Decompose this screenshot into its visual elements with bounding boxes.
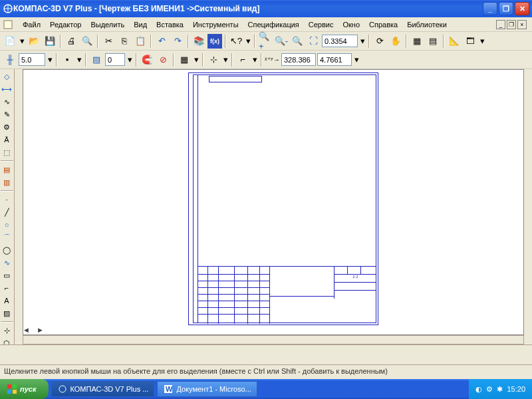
- svg-rect-4: [7, 390, 11, 394]
- close-button[interactable]: ✕: [515, 2, 529, 15]
- paste-button[interactable]: 📋: [133, 34, 148, 49]
- pan-button[interactable]: ✋: [388, 34, 403, 49]
- menu-help[interactable]: Справка: [365, 19, 402, 30]
- menu-insert[interactable]: Вставка: [152, 19, 188, 30]
- taskbar-item-kompas[interactable]: КОМПАС-3D V7 Plus ...: [51, 381, 155, 397]
- cursor-dropdown[interactable]: ▾: [245, 34, 251, 49]
- measure-button[interactable]: 📐: [447, 34, 462, 49]
- grid-button[interactable]: ▦: [177, 53, 192, 67]
- y-coord-input[interactable]: [317, 53, 352, 66]
- save-button[interactable]: 💾: [43, 34, 57, 49]
- ellipse-button[interactable]: ◯: [1, 244, 13, 256]
- maximize-button[interactable]: ❐: [499, 2, 513, 15]
- svg-rect-1: [4, 21, 12, 29]
- cut-button[interactable]: ✂: [101, 34, 116, 49]
- zoom-dropdown[interactable]: ▾: [359, 34, 366, 49]
- mdi-close[interactable]: ×: [517, 20, 527, 29]
- select-button[interactable]: ⬚: [1, 146, 13, 158]
- rect-button[interactable]: ▭: [1, 269, 13, 281]
- props-button[interactable]: 🗔: [463, 34, 477, 49]
- minimize-button[interactable]: _: [483, 2, 497, 15]
- menu-service[interactable]: Сервис: [305, 19, 338, 30]
- canvas[interactable]: 1:1: [23, 69, 524, 335]
- preview-button[interactable]: 🔍: [80, 34, 94, 49]
- param-button[interactable]: ⚙: [1, 121, 13, 133]
- fill-dropdown[interactable]: ▾: [76, 53, 82, 67]
- symbols-button[interactable]: ∿: [1, 96, 13, 108]
- tray-icon-2[interactable]: ⚙: [486, 385, 493, 394]
- lcs-dropdown[interactable]: ▾: [251, 53, 258, 67]
- system-tray[interactable]: ◐ ⚙ ✱ 15:20: [469, 379, 532, 399]
- hatch-button[interactable]: ▨: [89, 53, 104, 67]
- cursor-button[interactable]: ↖?: [229, 34, 243, 49]
- open-button[interactable]: 📂: [27, 34, 41, 49]
- ortho-button[interactable]: ⊹: [206, 53, 221, 67]
- ortho-dropdown[interactable]: ▾: [222, 53, 229, 67]
- status-text: Щелкните левой кнопкой мыши на объекте д…: [4, 367, 388, 375]
- tray-icon-3[interactable]: ✱: [497, 385, 503, 394]
- lib-button[interactable]: 📚: [192, 34, 206, 49]
- menu-tools[interactable]: Инструменты: [189, 19, 243, 30]
- fx-button[interactable]: f(x): [207, 34, 222, 49]
- circle-button[interactable]: ○: [1, 219, 13, 231]
- props-dropdown[interactable]: ▾: [479, 34, 485, 49]
- titlebar: КОМПАС-3D V7 Plus - [Чертеж БЕЗ ИМЕНИ1 -…: [0, 0, 532, 17]
- grid-dropdown[interactable]: ▾: [193, 53, 200, 67]
- new-button[interactable]: 📄: [3, 34, 17, 49]
- zoom-input[interactable]: [322, 35, 358, 47]
- x-coord-input[interactable]: [281, 53, 316, 66]
- edit-button[interactable]: ✎: [1, 108, 13, 120]
- menu-window[interactable]: Окно: [338, 19, 364, 30]
- scrollbar-h[interactable]: [23, 335, 524, 344]
- hatch2-button[interactable]: ▨: [1, 307, 13, 319]
- coord-dropdown[interactable]: ▾: [353, 53, 360, 67]
- page-prev[interactable]: ◄: [23, 326, 30, 334]
- line-button[interactable]: ╱: [1, 206, 13, 218]
- clock[interactable]: 15:20: [507, 385, 525, 393]
- spec-button[interactable]: ▤: [1, 164, 13, 176]
- chamfer-button[interactable]: ⌐: [1, 282, 13, 294]
- start-button[interactable]: пуск: [0, 379, 49, 399]
- spline-button[interactable]: ∿: [1, 257, 13, 269]
- text-button[interactable]: A: [1, 295, 13, 307]
- snap-off-button[interactable]: ⊘: [156, 53, 170, 67]
- zoom-in-button[interactable]: 🔍+: [258, 34, 273, 49]
- aux-button[interactable]: ⊹: [1, 325, 13, 336]
- copy-button[interactable]: ⎘: [117, 34, 132, 49]
- arc-button[interactable]: ⌒: [1, 231, 13, 243]
- style-button[interactable]: ╫: [3, 53, 17, 67]
- layers-button[interactable]: ▦: [410, 34, 424, 49]
- menu-spec[interactable]: Спецификация: [244, 19, 303, 30]
- snap-on-button[interactable]: 🧲: [140, 53, 154, 67]
- spec2-button[interactable]: ▥: [1, 176, 13, 188]
- undo-button[interactable]: ↶: [154, 34, 169, 49]
- print-button[interactable]: 🖨: [64, 34, 78, 49]
- zoom-out-button[interactable]: 🔍-: [274, 34, 289, 49]
- zoom-window-button[interactable]: 🔍: [290, 34, 305, 49]
- menu-edit[interactable]: Редактор: [46, 19, 85, 30]
- mdi-min[interactable]: _: [496, 20, 505, 29]
- menu-select[interactable]: Выделить: [86, 19, 128, 30]
- param2-input[interactable]: [105, 53, 125, 66]
- param2-dropdown[interactable]: ▾: [126, 53, 133, 67]
- views-button[interactable]: ▤: [426, 34, 440, 49]
- tray-icon-1[interactable]: ◐: [475, 385, 482, 394]
- lcs-button[interactable]: ⌐: [235, 53, 250, 67]
- fill-button[interactable]: ▪: [60, 53, 74, 67]
- measure2-button[interactable]: Ä: [1, 134, 13, 146]
- zoom-fit-button[interactable]: ⛶: [306, 34, 321, 49]
- refresh-button[interactable]: ⟳: [372, 34, 387, 49]
- taskbar-item-word[interactable]: WДокумент1 - Microso...: [157, 381, 257, 397]
- param1-input[interactable]: [19, 53, 45, 66]
- geom-button[interactable]: ◇: [1, 70, 13, 82]
- menu-libs[interactable]: Библиотеки: [403, 19, 451, 30]
- page-next[interactable]: ►: [37, 326, 44, 334]
- param1-dropdown[interactable]: ▾: [47, 53, 53, 67]
- point-button[interactable]: ·: [1, 194, 13, 205]
- dim-button[interactable]: ⟷: [1, 83, 13, 95]
- redo-button[interactable]: ↷: [170, 34, 185, 49]
- menu-view[interactable]: Вид: [130, 19, 151, 30]
- menu-file[interactable]: Файл: [19, 19, 45, 30]
- mdi-restore[interactable]: ❐: [507, 20, 516, 29]
- new-dropdown[interactable]: ▾: [19, 34, 25, 49]
